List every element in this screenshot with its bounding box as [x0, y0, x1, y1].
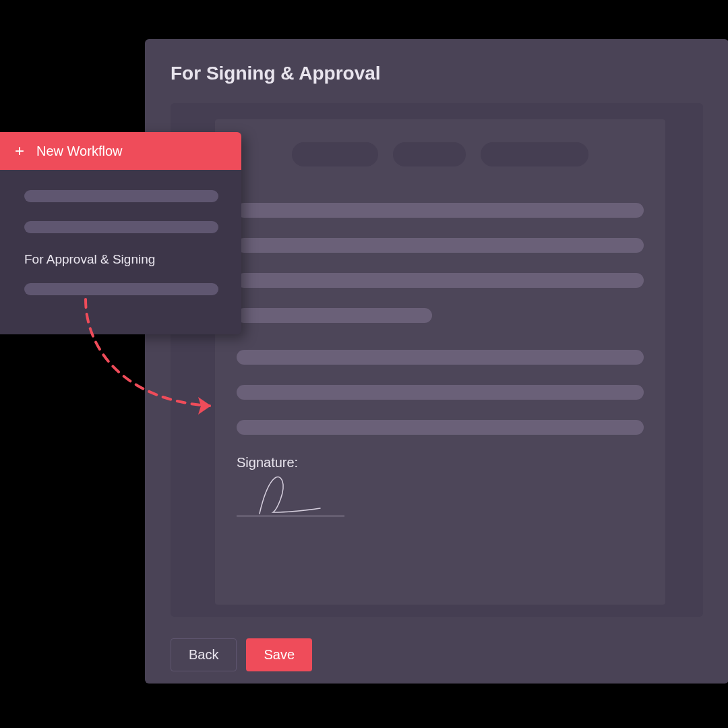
plus-icon: + — [15, 142, 24, 160]
page-title: For Signing & Approval — [171, 63, 703, 84]
placeholder-blob — [292, 142, 378, 166]
placeholder-blob — [481, 142, 588, 166]
sidebar-item-placeholder[interactable] — [24, 190, 218, 202]
signature-scribble-icon — [255, 472, 323, 520]
signature-line[interactable] — [237, 476, 344, 516]
document-line — [237, 238, 644, 253]
sidebar-items: For Approval & Signing — [0, 170, 241, 295]
sidebar-item-approval-signing[interactable]: For Approval & Signing — [24, 252, 226, 267]
main-header: For Signing & Approval — [145, 39, 728, 103]
signature-label: Signature: — [237, 455, 644, 471]
document-line — [237, 385, 644, 400]
sidebar-item-placeholder[interactable] — [24, 283, 218, 295]
sidebar-item-placeholder[interactable] — [24, 221, 218, 233]
document-line-short — [237, 308, 432, 323]
document-line — [237, 203, 644, 218]
placeholder-blob — [393, 142, 466, 166]
document-preview: Signature: — [215, 119, 665, 605]
save-button[interactable]: Save — [246, 638, 312, 671]
document-header-placeholder — [237, 142, 644, 166]
new-workflow-label: New Workflow — [36, 144, 122, 159]
main-content: Signature: — [171, 103, 703, 617]
workflow-sidebar: + New Workflow For Approval & Signing — [0, 132, 241, 334]
signature-block: Signature: — [237, 455, 644, 516]
document-line — [237, 273, 644, 288]
footer-buttons: Back Save — [171, 638, 312, 671]
new-workflow-button[interactable]: + New Workflow — [0, 132, 241, 170]
document-line — [237, 350, 644, 365]
back-button[interactable]: Back — [171, 638, 237, 671]
document-line — [237, 420, 644, 435]
